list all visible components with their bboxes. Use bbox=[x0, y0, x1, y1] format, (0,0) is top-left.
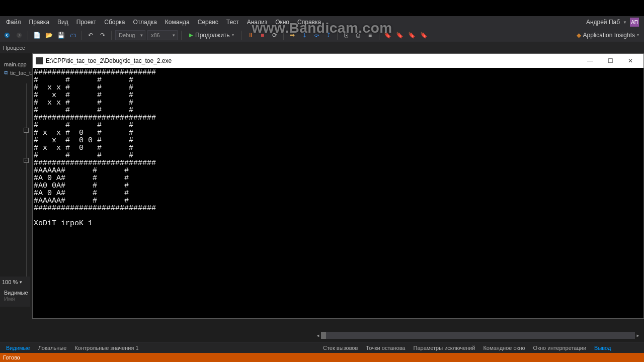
console-titlebar[interactable]: E:\CPP\tic_tac_toe_2\Debug\tic_tac_toe_2… bbox=[33, 54, 643, 68]
status-ready: Готово bbox=[3, 354, 20, 360]
tab-watch[interactable]: Контрольные значения 1 bbox=[70, 343, 142, 353]
break-all-button[interactable]: ⏸ bbox=[246, 30, 256, 40]
menu-bar: Файл Правка Вид Проект Сборка Отладка Ко… bbox=[0, 16, 644, 28]
nav-forward-button bbox=[14, 30, 24, 40]
play-icon: ▶ bbox=[189, 32, 193, 38]
bookmark-icon[interactable]: 🔖 bbox=[383, 30, 393, 40]
save-all-button[interactable]: 🗃 bbox=[68, 30, 78, 40]
menu-project[interactable]: Проект bbox=[72, 17, 101, 28]
svg-point-1 bbox=[17, 32, 22, 38]
menu-file[interactable]: Файл bbox=[2, 17, 25, 28]
application-insights-button[interactable]: ◆ Application Insights ▾ bbox=[574, 31, 642, 40]
menu-debug[interactable]: Отладка bbox=[129, 17, 160, 28]
zoom-combo[interactable]: 100 % ▼ bbox=[0, 277, 30, 288]
nav-back-button[interactable] bbox=[2, 30, 12, 40]
menu-help[interactable]: Справка bbox=[293, 17, 325, 28]
debug-process-bar: Процесс bbox=[0, 42, 644, 53]
toolbar-icon-2[interactable]: ⎙ bbox=[353, 30, 363, 40]
workspace: main.cpp ⧉ tic_tac_t… − − 100 % ▼ Видимы… bbox=[0, 53, 644, 353]
tab-callstack[interactable]: Стек вызовов bbox=[319, 343, 362, 353]
tab-breakpoints[interactable]: Точки останова bbox=[362, 343, 409, 353]
chevron-down-icon[interactable]: ▼ bbox=[623, 20, 627, 25]
open-file-button[interactable]: 📂 bbox=[44, 30, 54, 40]
main-toolbar: 📄 📂 💾 🗃 ↶ ↷ Debug x86 ▶ Продолжить ▾ ⏸ ■… bbox=[0, 28, 644, 42]
toolbar-icon-1[interactable]: ⎘ bbox=[341, 30, 351, 40]
step-over-button[interactable]: ⤼ bbox=[311, 30, 321, 40]
menu-edit[interactable]: Правка bbox=[25, 17, 54, 28]
maximize-button[interactable]: ☐ bbox=[600, 55, 620, 67]
fold-toggle[interactable]: − bbox=[24, 158, 29, 163]
console-path: E:\CPP\tic_tac_toe_2\Debug\tic_tac_toe_2… bbox=[46, 57, 580, 64]
tab-visible[interactable]: Видимые bbox=[2, 343, 34, 353]
step-into-button[interactable]: ⤵ bbox=[299, 30, 309, 40]
status-bar: Готово bbox=[0, 353, 644, 362]
visible-panel-heading: Видимые bbox=[4, 290, 26, 296]
minimize-button[interactable]: — bbox=[580, 55, 600, 67]
step-out-button[interactable]: ⤴ bbox=[324, 30, 334, 40]
cpp-file-icon: ⧉ bbox=[4, 69, 8, 76]
console-output: ########################### # # # # # x … bbox=[33, 68, 643, 318]
user-name[interactable]: Андрей Паб bbox=[586, 19, 620, 26]
continue-button[interactable]: ▶ Продолжить ▾ bbox=[185, 31, 238, 40]
scroll-left-icon[interactable]: ◀ bbox=[317, 332, 321, 339]
tab-exceptions[interactable]: Параметры исключений bbox=[410, 343, 479, 353]
svg-point-0 bbox=[5, 32, 10, 38]
undo-button[interactable]: ↶ bbox=[86, 30, 96, 40]
bookmark-prev-icon[interactable]: 🔖 bbox=[395, 30, 405, 40]
title-bar-region bbox=[0, 0, 644, 16]
bookmark-clear-icon[interactable]: 🔖 bbox=[419, 30, 429, 40]
toolbar-icon-3[interactable]: ≡ bbox=[365, 30, 375, 40]
tab-command[interactable]: Командное окно bbox=[479, 343, 529, 353]
menu-build[interactable]: Сборка bbox=[100, 17, 129, 28]
scroll-right-icon[interactable]: ▶ bbox=[635, 332, 641, 339]
user-avatar[interactable]: АП bbox=[630, 18, 639, 27]
horizontal-scrollbar[interactable]: ◀ ▶ bbox=[321, 332, 635, 339]
scrollbar-thumb[interactable] bbox=[321, 332, 326, 339]
stop-debug-button[interactable]: ■ bbox=[258, 30, 268, 40]
tab-immediate[interactable]: Окно интерпретации bbox=[529, 343, 590, 353]
solution-platform-combo[interactable]: x86 bbox=[147, 30, 178, 40]
continue-label: Продолжить bbox=[195, 32, 230, 39]
menu-team[interactable]: Команда bbox=[161, 17, 194, 28]
visible-panel-name-col: Имя bbox=[4, 296, 26, 302]
save-button[interactable]: 💾 bbox=[56, 30, 66, 40]
bulb-icon: ◆ bbox=[577, 32, 581, 39]
console-window: E:\CPP\tic_tac_toe_2\Debug\tic_tac_toe_2… bbox=[32, 53, 644, 319]
chevron-down-icon: ▼ bbox=[19, 280, 23, 285]
exe-icon bbox=[36, 57, 43, 64]
tab-locals[interactable]: Локальные bbox=[34, 343, 71, 353]
menu-analyze[interactable]: Анализ bbox=[243, 17, 272, 28]
redo-button[interactable]: ↷ bbox=[98, 30, 108, 40]
menu-window[interactable]: Окно bbox=[271, 17, 293, 28]
fold-toggle[interactable]: − bbox=[24, 128, 29, 133]
zoom-value: 100 % bbox=[2, 279, 18, 285]
restart-button[interactable]: ⟳ bbox=[270, 30, 280, 40]
menu-service[interactable]: Сервис bbox=[194, 17, 222, 28]
insights-label: Application Insights bbox=[583, 32, 635, 39]
menu-test[interactable]: Тест bbox=[222, 17, 243, 28]
tab-output[interactable]: Вывод bbox=[590, 343, 615, 353]
solution-config-combo[interactable]: Debug bbox=[115, 30, 145, 40]
new-file-button[interactable]: 📄 bbox=[32, 30, 42, 40]
close-button[interactable]: ✕ bbox=[620, 55, 640, 67]
menu-view[interactable]: Вид bbox=[53, 17, 72, 28]
show-next-statement-button[interactable]: ➡ bbox=[287, 30, 297, 40]
process-label: Процесс bbox=[3, 45, 25, 51]
bookmark-next-icon[interactable]: 🔖 bbox=[407, 30, 417, 40]
